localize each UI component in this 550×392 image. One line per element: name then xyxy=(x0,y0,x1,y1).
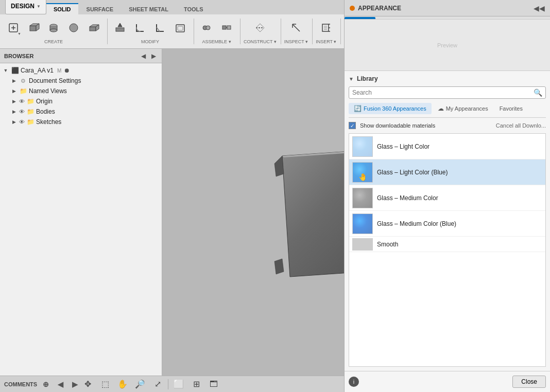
browser-expand-btn[interactable]: ▶ xyxy=(149,52,158,60)
glass-medium-blue-name: Glass – Medium Color (Blue) xyxy=(377,220,456,227)
svg-point-20 xyxy=(206,26,210,30)
panel-footer: i Close xyxy=(345,371,550,392)
tree-label-sketches: Sketches xyxy=(36,118,61,126)
tree-arrow-root: ▼ xyxy=(2,68,9,73)
folder-icon-views: 📁 xyxy=(19,87,27,95)
box-btn[interactable] xyxy=(24,19,43,37)
svg-rect-18 xyxy=(178,26,183,30)
search-input[interactable] xyxy=(352,89,534,96)
browser-tree: ▼ ⬛ Cara_AA v1 M ⏺ ▶ ⚙ Document Settings… xyxy=(0,63,162,376)
search-icon[interactable]: 🔍 xyxy=(534,88,542,97)
svg-rect-17 xyxy=(176,25,184,32)
create-group: CREATE xyxy=(4,19,108,44)
insert-group: INSERT ▾ xyxy=(316,19,341,44)
appearance-title-text: APPEARANCE xyxy=(358,5,401,12)
tree-item-doc-settings[interactable]: ▶ ⚙ Document Settings xyxy=(8,76,162,86)
comments-expand-btn[interactable]: ▶ xyxy=(69,379,80,390)
measure-btn[interactable] xyxy=(287,19,305,37)
tree-item-bodies[interactable]: ▶ 👁 📁 Bodies xyxy=(8,106,162,117)
assemble-group: ASSEMBLE ▾ xyxy=(197,19,240,44)
m-badge: M xyxy=(57,68,61,74)
tree-item-sketches[interactable]: ▶ 👁 📁 Sketches xyxy=(8,117,162,127)
material-glass-light[interactable]: Glass – Light Color xyxy=(349,134,545,159)
record-badge: ⏺ xyxy=(64,67,70,74)
chamfer-btn[interactable] xyxy=(151,19,169,37)
assemble-label: ASSEMBLE ▾ xyxy=(202,39,231,44)
close-button[interactable]: Close xyxy=(512,376,546,388)
joint-btn[interactable] xyxy=(197,19,216,37)
expand-panel-btn[interactable]: ◀◀ xyxy=(534,4,545,12)
search-box: 🔍 xyxy=(349,86,546,99)
modify-group: MODIFY xyxy=(111,19,194,44)
align-btn[interactable] xyxy=(217,19,236,37)
cancel-download-link[interactable]: Cancel all Downlo... xyxy=(496,122,546,129)
view-icon[interactable]: 🗔 xyxy=(207,377,221,391)
tab-surface[interactable]: SURFACE xyxy=(79,3,121,14)
design-button[interactable]: DESIGN xyxy=(5,0,46,14)
eye-icon-sketches[interactable]: 👁 xyxy=(19,119,25,125)
tree-arrow-doc: ▶ xyxy=(10,78,18,83)
fillet-btn[interactable] xyxy=(131,19,149,37)
material-smooth[interactable]: Smooth xyxy=(349,237,545,252)
construct-label: CONSTRUCT ▾ xyxy=(244,39,277,44)
tab-sheet-metal[interactable]: SHEET METAL xyxy=(122,3,176,14)
tab-solid[interactable]: SOLID xyxy=(46,3,78,14)
status-left: COMMENTS ⊕ ◀ ▶ xyxy=(4,379,80,390)
shell-btn[interactable] xyxy=(171,19,190,37)
materials-list: Glass – Light Color 🤚 Glass – Light Colo… xyxy=(349,133,546,367)
glass-light-blue-thumb: 🤚 xyxy=(352,162,373,183)
svg-rect-21 xyxy=(222,26,226,29)
move-icon[interactable]: ✥ xyxy=(80,377,95,391)
appearance-tab-indicator xyxy=(345,17,375,19)
tree-arrow-origin: ▶ xyxy=(10,99,18,104)
material-glass-medium[interactable]: Glass – Medium Color xyxy=(349,185,545,211)
glass-light-thumb xyxy=(352,136,373,157)
display-mode-icon[interactable]: ⬜ xyxy=(171,377,186,391)
comments-collapse-btn[interactable]: ◀ xyxy=(55,379,66,390)
show-downloadable-checkbox[interactable] xyxy=(349,122,356,129)
glass-light-blue-name: Glass – Light Color (Blue) xyxy=(377,169,448,176)
glass-medium-name: Glass – Medium Color xyxy=(377,194,438,202)
folder-icon-bodies: 📁 xyxy=(26,108,35,116)
appearance-title: APPEARANCE xyxy=(350,5,401,12)
material-glass-medium-blue[interactable]: Glass – Medium Color (Blue) xyxy=(349,211,545,237)
tree-item-root[interactable]: ▼ ⬛ Cara_AA v1 M ⏺ xyxy=(0,65,162,76)
library-collapse-btn[interactable]: ▼ xyxy=(349,76,354,82)
appearance-header: APPEARANCE ◀◀ xyxy=(345,0,550,16)
zoom-fit-icon[interactable]: ⤢ xyxy=(150,377,165,391)
my-appearances-tab[interactable]: ☁ My Appearances xyxy=(433,103,493,114)
new-component-btn[interactable] xyxy=(4,19,23,37)
sphere-btn[interactable] xyxy=(64,19,83,37)
browser-collapse-btn[interactable]: ◀ xyxy=(139,52,147,60)
extrude-btn[interactable] xyxy=(84,19,103,37)
cylinder-btn[interactable] xyxy=(44,19,63,37)
eye-icon-bodies[interactable]: 👁 xyxy=(19,109,25,115)
tab-tools[interactable]: TOOLS xyxy=(177,3,211,14)
folder-icon-sketches: 📁 xyxy=(26,118,35,126)
tree-item-origin[interactable]: ▶ 👁 📁 Origin xyxy=(8,96,162,106)
eye-icon-origin[interactable]: 👁 xyxy=(19,98,25,104)
fusion360-tab[interactable]: 🔄 Fusion 360 Appearances xyxy=(349,103,432,114)
main-area: BROWSER ◀ ▶ ▼ ⬛ Cara_AA v1 M ⏺ ▶ ⚙ Docum… xyxy=(0,49,550,376)
construct-btn[interactable] xyxy=(251,19,269,37)
tree-arrow-views: ▶ xyxy=(10,88,18,94)
zoom-icon[interactable]: 🔎 xyxy=(133,377,147,391)
info-icon[interactable]: i xyxy=(349,377,359,387)
favorites-tab[interactable]: Favorites xyxy=(494,103,528,114)
svg-line-26 xyxy=(293,24,300,31)
svg-rect-22 xyxy=(227,26,231,29)
material-glass-light-blue[interactable]: 🤚 Glass – Light Color (Blue) xyxy=(349,159,545,185)
svg-rect-3 xyxy=(30,26,36,31)
orange-dot xyxy=(350,6,355,11)
pan-icon[interactable]: ✋ xyxy=(115,377,130,391)
insert-btn[interactable] xyxy=(317,19,335,37)
grid-icon[interactable]: ⊞ xyxy=(189,377,203,391)
inspect-label: INSPECT ▾ xyxy=(284,39,308,44)
press-pull-btn[interactable] xyxy=(111,19,129,37)
create-label: CREATE xyxy=(44,39,63,44)
gear-icon-doc: ⚙ xyxy=(19,77,27,85)
copy-icon[interactable]: ⬚ xyxy=(98,377,112,391)
svg-marker-38 xyxy=(274,156,284,176)
tree-item-named-views[interactable]: ▶ 📁 Named Views xyxy=(8,86,162,96)
comments-add-btn[interactable]: ⊕ xyxy=(40,379,51,390)
